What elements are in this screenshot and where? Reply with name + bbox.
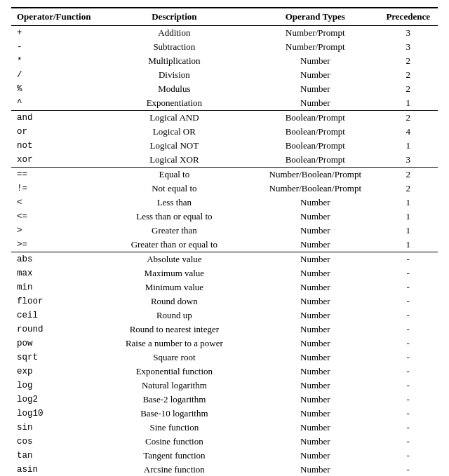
table-row: notLogical NOTBoolean/Prompt1 <box>11 139 438 153</box>
operand-cell: Boolean/Prompt <box>252 125 378 139</box>
operator-cell: not <box>11 139 96 153</box>
operand-cell: Number <box>252 238 378 252</box>
operators-table: Operator/Function Description Operand Ty… <box>11 7 438 476</box>
operator-cell: + <box>11 26 96 41</box>
description-cell: Greater than <box>96 224 252 238</box>
table-row: >=Greater than or equal toNumber1 <box>11 238 438 252</box>
operand-cell: Number <box>252 421 378 435</box>
description-cell: Absolute value <box>96 252 252 267</box>
operator-cell: asin <box>11 463 96 476</box>
operator-cell: xor <box>11 153 96 168</box>
precedence-cell: - <box>378 365 438 379</box>
table-row: /DivisionNumber2 <box>11 68 438 82</box>
description-cell: Cosine function <box>96 435 252 449</box>
description-cell: Round up <box>96 308 252 322</box>
description-cell: Logical NOT <box>96 139 252 153</box>
table-row: ==Equal toNumber/Boolean/Prompt2 <box>11 168 438 182</box>
description-cell: Arcsine function <box>96 463 252 476</box>
precedence-cell: 3 <box>378 153 438 168</box>
precedence-cell: 2 <box>378 168 438 182</box>
precedence-cell: 1 <box>378 196 438 210</box>
table-row: asinArcsine functionNumber- <box>11 463 438 476</box>
description-cell: Base-2 logarithm <box>96 393 252 407</box>
operand-cell: Number <box>252 449 378 463</box>
operand-cell: Number <box>252 463 378 476</box>
table-row: log2Base-2 logarithmNumber- <box>11 393 438 407</box>
precedence-cell: 2 <box>378 182 438 196</box>
table-row: floorRound downNumber- <box>11 294 438 308</box>
operator-cell: / <box>11 68 96 82</box>
table-row: xorLogical XORBoolean/Prompt3 <box>11 153 438 168</box>
precedence-cell: 2 <box>378 111 438 125</box>
description-cell: Addition <box>96 26 252 41</box>
table-row: log10Base-10 logarithmNumber- <box>11 407 438 421</box>
operand-cell: Number <box>252 393 378 407</box>
table-row: sinSine functionNumber- <box>11 421 438 435</box>
precedence-cell: - <box>378 252 438 267</box>
operator-cell: sqrt <box>11 351 96 365</box>
table-row: %ModulusNumber2 <box>11 82 438 96</box>
operator-cell: ceil <box>11 308 96 322</box>
operator-cell: != <box>11 182 96 196</box>
precedence-cell: 3 <box>378 40 438 54</box>
operand-cell: Number <box>252 336 378 351</box>
col-header-operator: Operator/Function <box>11 8 96 26</box>
precedence-cell: 1 <box>378 210 438 224</box>
table-row: ^ExponentiationNumber1 <box>11 96 438 111</box>
operand-cell: Number <box>252 224 378 238</box>
table-row: cosCosine functionNumber- <box>11 435 438 449</box>
operator-cell: sin <box>11 421 96 435</box>
operator-cell: ^ <box>11 96 96 111</box>
description-cell: Base-10 logarithm <box>96 407 252 421</box>
operand-cell: Number <box>252 407 378 421</box>
operand-cell: Number/Boolean/Prompt <box>252 168 378 182</box>
operand-cell: Number <box>252 294 378 308</box>
description-cell: Less than <box>96 196 252 210</box>
table-row: powRaise a number to a powerNumber- <box>11 336 438 351</box>
operand-cell: Number <box>252 96 378 111</box>
precedence-cell: - <box>378 379 438 393</box>
operator-cell: or <box>11 125 96 139</box>
precedence-cell: 1 <box>378 139 438 153</box>
description-cell: Logical AND <box>96 111 252 125</box>
description-cell: Less than or equal to <box>96 210 252 224</box>
operator-cell: round <box>11 322 96 336</box>
table-row: expExponential functionNumber- <box>11 365 438 379</box>
table-row: +AdditionNumber/Prompt3 <box>11 26 438 41</box>
description-cell: Exponential function <box>96 365 252 379</box>
operand-cell: Number <box>252 82 378 96</box>
operand-cell: Number <box>252 365 378 379</box>
operator-cell: pow <box>11 336 96 351</box>
operator-cell: <= <box>11 210 96 224</box>
operator-cell: abs <box>11 252 96 267</box>
description-cell: Square root <box>96 351 252 365</box>
table-row: *MultiplicationNumber2 <box>11 54 438 68</box>
precedence-cell: - <box>378 435 438 449</box>
operand-cell: Number <box>252 252 378 267</box>
operand-cell: Number/Prompt <box>252 26 378 41</box>
table-row: logNatural logarithmNumber- <box>11 379 438 393</box>
col-header-description: Description <box>96 8 252 26</box>
description-cell: Multiplication <box>96 54 252 68</box>
operand-cell: Number/Boolean/Prompt <box>252 182 378 196</box>
precedence-cell: 1 <box>378 96 438 111</box>
table-row: absAbsolute valueNumber- <box>11 252 438 267</box>
precedence-cell: - <box>378 463 438 476</box>
operand-cell: Boolean/Prompt <box>252 139 378 153</box>
operand-cell: Number <box>252 266 378 280</box>
precedence-cell: - <box>378 393 438 407</box>
col-header-operand: Operand Types <box>252 8 378 26</box>
operator-cell: >= <box>11 238 96 252</box>
description-cell: Maximum value <box>96 266 252 280</box>
operand-cell: Number <box>252 379 378 393</box>
operator-cell: exp <box>11 365 96 379</box>
operator-cell: == <box>11 168 96 182</box>
operator-cell: * <box>11 54 96 68</box>
precedence-cell: - <box>378 308 438 322</box>
table-row: roundRound to nearest integerNumber- <box>11 322 438 336</box>
table-row: maxMaximum valueNumber- <box>11 266 438 280</box>
table-row: !=Not equal toNumber/Boolean/Prompt2 <box>11 182 438 196</box>
precedence-cell: 2 <box>378 82 438 96</box>
precedence-cell: - <box>378 421 438 435</box>
description-cell: Tangent function <box>96 449 252 463</box>
